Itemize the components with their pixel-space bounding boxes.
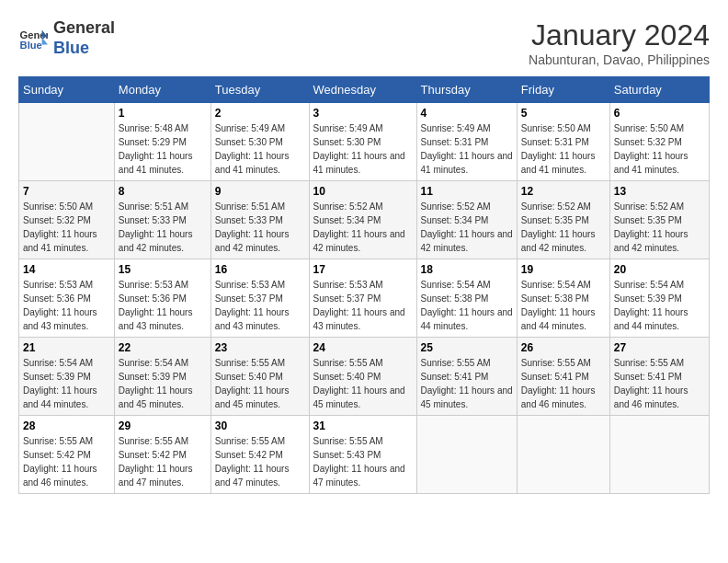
calendar-cell: 10Sunrise: 5:52 AMSunset: 5:34 PMDayligh… xyxy=(309,181,416,259)
day-number: 19 xyxy=(521,263,606,276)
day-info: Sunrise: 5:52 AMSunset: 5:34 PMDaylight:… xyxy=(313,200,413,255)
week-row-5: 28Sunrise: 5:55 AMSunset: 5:42 PMDayligh… xyxy=(19,416,710,494)
calendar-cell: 3Sunrise: 5:49 AMSunset: 5:30 PMDaylight… xyxy=(309,103,416,181)
day-number: 16 xyxy=(215,263,305,276)
calendar-cell: 29Sunrise: 5:55 AMSunset: 5:42 PMDayligh… xyxy=(114,416,210,494)
day-info: Sunrise: 5:50 AMSunset: 5:31 PMDaylight:… xyxy=(521,121,606,177)
day-number: 27 xyxy=(614,341,705,354)
day-info: Sunrise: 5:55 AMSunset: 5:40 PMDaylight:… xyxy=(313,356,413,411)
calendar-cell: 24Sunrise: 5:55 AMSunset: 5:40 PMDayligh… xyxy=(309,338,416,416)
calendar-cell: 2Sunrise: 5:49 AMSunset: 5:30 PMDaylight… xyxy=(210,103,309,181)
day-info: Sunrise: 5:52 AMSunset: 5:35 PMDaylight:… xyxy=(614,200,705,255)
weekday-header-tuesday: Tuesday xyxy=(210,77,309,103)
day-number: 4 xyxy=(421,107,513,120)
day-number: 26 xyxy=(521,341,606,354)
calendar-cell: 27Sunrise: 5:55 AMSunset: 5:41 PMDayligh… xyxy=(609,338,709,416)
day-info: Sunrise: 5:53 AMSunset: 5:36 PMDaylight:… xyxy=(23,278,110,333)
day-number: 13 xyxy=(614,185,705,198)
day-number: 31 xyxy=(313,419,413,432)
day-number: 29 xyxy=(119,419,207,432)
calendar-cell: 6Sunrise: 5:50 AMSunset: 5:32 PMDaylight… xyxy=(609,103,709,181)
day-number: 5 xyxy=(521,107,606,120)
weekday-header-saturday: Saturday xyxy=(609,77,709,103)
calendar-cell: 25Sunrise: 5:55 AMSunset: 5:41 PMDayligh… xyxy=(416,338,517,416)
day-number: 8 xyxy=(119,185,207,198)
day-info: Sunrise: 5:54 AMSunset: 5:38 PMDaylight:… xyxy=(421,278,513,333)
day-number: 14 xyxy=(23,263,110,276)
calendar-cell: 11Sunrise: 5:52 AMSunset: 5:34 PMDayligh… xyxy=(416,181,517,259)
day-info: Sunrise: 5:55 AMSunset: 5:42 PMDaylight:… xyxy=(23,434,110,489)
calendar-cell: 16Sunrise: 5:53 AMSunset: 5:37 PMDayligh… xyxy=(210,259,309,338)
calendar-cell: 8Sunrise: 5:51 AMSunset: 5:33 PMDaylight… xyxy=(114,181,210,259)
calendar-cell: 28Sunrise: 5:55 AMSunset: 5:42 PMDayligh… xyxy=(19,416,115,494)
calendar-cell xyxy=(517,416,609,494)
day-number: 11 xyxy=(421,185,513,198)
weekday-header-row: SundayMondayTuesdayWednesdayThursdayFrid… xyxy=(19,77,710,103)
weekday-header-thursday: Thursday xyxy=(416,77,517,103)
day-info: Sunrise: 5:54 AMSunset: 5:39 PMDaylight:… xyxy=(614,278,705,333)
day-info: Sunrise: 5:50 AMSunset: 5:32 PMDaylight:… xyxy=(23,200,110,255)
calendar-cell: 17Sunrise: 5:53 AMSunset: 5:37 PMDayligh… xyxy=(309,259,416,338)
day-number: 6 xyxy=(614,107,705,120)
calendar-cell: 22Sunrise: 5:54 AMSunset: 5:39 PMDayligh… xyxy=(114,338,210,416)
day-number: 30 xyxy=(215,419,305,432)
day-info: Sunrise: 5:54 AMSunset: 5:39 PMDaylight:… xyxy=(23,356,110,411)
title-section: January 2024 Nabunturan, Davao, Philippi… xyxy=(529,18,710,67)
day-number: 2 xyxy=(215,107,305,120)
day-number: 23 xyxy=(215,341,305,354)
day-number: 15 xyxy=(119,263,207,276)
day-info: Sunrise: 5:48 AMSunset: 5:29 PMDaylight:… xyxy=(119,121,207,177)
day-number: 1 xyxy=(119,107,207,120)
logo: General Blue General Blue xyxy=(18,18,115,58)
calendar-cell: 5Sunrise: 5:50 AMSunset: 5:31 PMDaylight… xyxy=(517,103,609,181)
day-info: Sunrise: 5:55 AMSunset: 5:43 PMDaylight:… xyxy=(313,434,413,489)
day-info: Sunrise: 5:50 AMSunset: 5:32 PMDaylight:… xyxy=(614,121,705,177)
calendar-cell: 23Sunrise: 5:55 AMSunset: 5:40 PMDayligh… xyxy=(210,338,309,416)
calendar-cell: 1Sunrise: 5:48 AMSunset: 5:29 PMDaylight… xyxy=(114,103,210,181)
calendar-cell: 26Sunrise: 5:55 AMSunset: 5:41 PMDayligh… xyxy=(517,338,609,416)
calendar-cell: 9Sunrise: 5:51 AMSunset: 5:33 PMDaylight… xyxy=(210,181,309,259)
calendar-cell: 14Sunrise: 5:53 AMSunset: 5:36 PMDayligh… xyxy=(19,259,115,338)
day-info: Sunrise: 5:55 AMSunset: 5:41 PMDaylight:… xyxy=(521,356,606,411)
day-number: 20 xyxy=(614,263,705,276)
weekday-header-wednesday: Wednesday xyxy=(309,77,416,103)
day-info: Sunrise: 5:51 AMSunset: 5:33 PMDaylight:… xyxy=(119,200,207,255)
calendar-cell: 19Sunrise: 5:54 AMSunset: 5:38 PMDayligh… xyxy=(517,259,609,338)
calendar-cell: 12Sunrise: 5:52 AMSunset: 5:35 PMDayligh… xyxy=(517,181,609,259)
week-row-3: 14Sunrise: 5:53 AMSunset: 5:36 PMDayligh… xyxy=(19,259,710,338)
day-info: Sunrise: 5:55 AMSunset: 5:42 PMDaylight:… xyxy=(215,434,305,489)
day-info: Sunrise: 5:49 AMSunset: 5:30 PMDaylight:… xyxy=(215,121,305,177)
day-number: 3 xyxy=(313,107,413,120)
week-row-1: 1Sunrise: 5:48 AMSunset: 5:29 PMDaylight… xyxy=(19,103,710,181)
day-info: Sunrise: 5:54 AMSunset: 5:39 PMDaylight:… xyxy=(119,356,207,411)
day-info: Sunrise: 5:49 AMSunset: 5:30 PMDaylight:… xyxy=(313,121,413,177)
calendar-cell xyxy=(416,416,517,494)
svg-text:Blue: Blue xyxy=(20,40,42,51)
day-number: 17 xyxy=(313,263,413,276)
day-info: Sunrise: 5:55 AMSunset: 5:41 PMDaylight:… xyxy=(421,356,513,411)
calendar-cell: 18Sunrise: 5:54 AMSunset: 5:38 PMDayligh… xyxy=(416,259,517,338)
month-title: January 2024 xyxy=(529,18,710,52)
day-number: 28 xyxy=(23,419,110,432)
day-info: Sunrise: 5:54 AMSunset: 5:38 PMDaylight:… xyxy=(521,278,606,333)
week-row-4: 21Sunrise: 5:54 AMSunset: 5:39 PMDayligh… xyxy=(19,338,710,416)
calendar-cell xyxy=(609,416,709,494)
calendar-cell: 30Sunrise: 5:55 AMSunset: 5:42 PMDayligh… xyxy=(210,416,309,494)
day-number: 7 xyxy=(23,185,110,198)
calendar-cell: 7Sunrise: 5:50 AMSunset: 5:32 PMDaylight… xyxy=(19,181,115,259)
day-number: 22 xyxy=(119,341,207,354)
day-info: Sunrise: 5:52 AMSunset: 5:35 PMDaylight:… xyxy=(521,200,606,255)
day-number: 21 xyxy=(23,341,110,354)
day-number: 18 xyxy=(421,263,513,276)
day-number: 24 xyxy=(313,341,413,354)
day-info: Sunrise: 5:52 AMSunset: 5:34 PMDaylight:… xyxy=(421,200,513,255)
calendar-cell: 15Sunrise: 5:53 AMSunset: 5:36 PMDayligh… xyxy=(114,259,210,338)
logo-text: General Blue xyxy=(53,18,115,58)
day-number: 25 xyxy=(421,341,513,354)
calendar-table: SundayMondayTuesdayWednesdayThursdayFrid… xyxy=(18,76,710,494)
logo-icon: General Blue xyxy=(18,24,48,53)
day-number: 12 xyxy=(521,185,606,198)
week-row-2: 7Sunrise: 5:50 AMSunset: 5:32 PMDaylight… xyxy=(19,181,710,259)
calendar-cell: 20Sunrise: 5:54 AMSunset: 5:39 PMDayligh… xyxy=(609,259,709,338)
calendar-cell: 4Sunrise: 5:49 AMSunset: 5:31 PMDaylight… xyxy=(416,103,517,181)
